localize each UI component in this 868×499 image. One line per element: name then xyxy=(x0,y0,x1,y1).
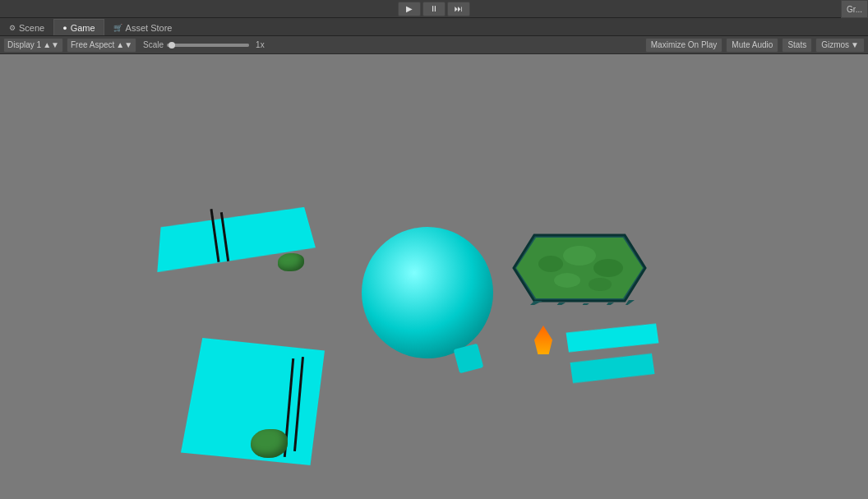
game-viewport xyxy=(0,54,868,499)
top-toolbar: ▶ ⏸ ⏭ Gr... xyxy=(0,0,868,18)
aspect-chevron-icon: ▲▼ xyxy=(116,40,132,49)
svg-point-6 xyxy=(589,278,612,291)
svg-point-2 xyxy=(538,256,563,272)
aspect-label: Free Aspect xyxy=(71,40,114,49)
tab-game-label: Game xyxy=(71,23,95,33)
scale-value: 1x xyxy=(256,40,265,49)
maximize-on-play-button[interactable]: Maximize On Play xyxy=(645,38,723,53)
asset-store-icon: 🛒 xyxy=(113,24,122,32)
svg-marker-8 xyxy=(552,303,566,305)
svg-point-3 xyxy=(563,246,596,266)
platform-right-bottom xyxy=(570,351,655,386)
scale-thumb xyxy=(169,42,175,49)
stats-button[interactable]: Stats xyxy=(782,38,812,53)
playback-controls: ▶ ⏸ ⏭ xyxy=(398,2,470,16)
neck-connector xyxy=(454,344,484,374)
tab-scene-label: Scene xyxy=(19,23,44,33)
scene-container xyxy=(0,54,868,499)
aspect-dropdown[interactable]: Free Aspect ▲▼ xyxy=(67,38,136,53)
sphere xyxy=(362,227,493,358)
tab-game[interactable]: ● Game xyxy=(53,19,104,35)
fire-element xyxy=(534,326,552,354)
step-button[interactable]: ⏭ xyxy=(447,2,470,16)
game-icon: ● xyxy=(62,24,67,32)
mute-audio-button[interactable]: Mute Audio xyxy=(726,38,778,53)
svg-marker-7 xyxy=(526,301,542,305)
pause-button[interactable]: ⏸ xyxy=(422,2,446,16)
play-button[interactable]: ▶ xyxy=(398,2,421,16)
scene-icon: ⚙ xyxy=(9,24,16,32)
scale-track xyxy=(167,44,249,47)
secondary-toolbar: Display 1 ▲▼ Free Aspect ▲▼ Scale 1x Max… xyxy=(0,36,868,54)
svg-marker-10 xyxy=(603,303,614,305)
mute-label: Mute Audio xyxy=(732,40,773,49)
platform-right-top xyxy=(566,320,659,355)
gizmos-chevron-icon: ▼ xyxy=(851,40,859,49)
tab-asset-store-label: Asset Store xyxy=(126,23,173,33)
svg-point-4 xyxy=(593,259,623,277)
display-dropdown[interactable]: Display 1 ▲▼ xyxy=(3,38,63,53)
svg-marker-9 xyxy=(578,303,589,305)
top-right-button[interactable]: Gr... xyxy=(841,0,868,18)
display-label: Display 1 xyxy=(7,40,41,49)
tab-asset-store[interactable]: 🛒 Asset Store xyxy=(104,19,182,35)
tab-scene[interactable]: ⚙ Scene xyxy=(0,19,53,35)
scale-slider[interactable] xyxy=(167,44,249,47)
maximize-label: Maximize On Play xyxy=(651,40,718,49)
hex-platform xyxy=(510,231,649,305)
bush-topleft xyxy=(278,253,304,271)
gizmos-button[interactable]: Gizmos ▼ xyxy=(815,38,865,53)
display-chevron-icon: ▲▼ xyxy=(43,40,59,49)
tab-bar: ⚙ Scene ● Game 🛒 Asset Store xyxy=(0,18,868,36)
scale-label: Scale xyxy=(143,40,164,49)
bush-bottomleft xyxy=(251,429,288,458)
gizmos-label: Gizmos xyxy=(821,40,849,49)
svg-point-5 xyxy=(554,273,580,288)
stats-label: Stats xyxy=(787,40,806,49)
